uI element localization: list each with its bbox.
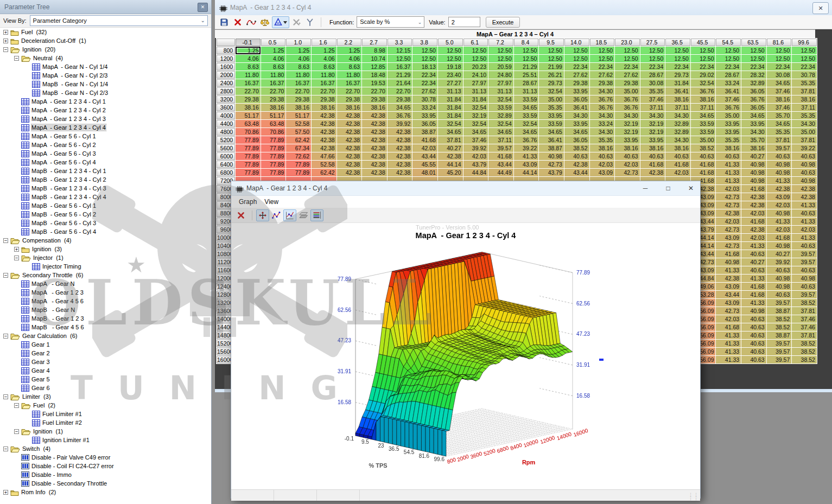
grid-cell[interactable]: 42.73 <box>716 307 741 315</box>
grid-cell[interactable]: 29.38 <box>564 79 589 87</box>
close-icon[interactable]: ✕ <box>198 3 208 12</box>
grid-cell[interactable]: 42.38 <box>362 169 387 176</box>
grid-cell[interactable]: 42.38 <box>640 169 665 176</box>
grid-cell[interactable]: 37.46 <box>463 136 488 144</box>
grid-cell[interactable]: 36.76 <box>615 104 640 111</box>
grid-cell[interactable]: 40.63 <box>792 283 817 290</box>
grid-cell[interactable]: 4.06 <box>337 55 362 62</box>
grid-cell[interactable]: 36.05 <box>564 136 589 144</box>
grid-cell[interactable]: 32.54 <box>463 104 488 111</box>
grid-cell[interactable]: 36.41 <box>665 87 690 95</box>
grid-cell[interactable]: 40.63 <box>590 152 615 160</box>
grid-cell[interactable]: 43.79 <box>463 161 488 168</box>
tree-item[interactable]: MapA - Gear 5 6 - Cyl 1 <box>0 132 211 141</box>
move-icon[interactable] <box>256 209 269 221</box>
expand-icon[interactable]: + <box>3 490 8 495</box>
grid-cell[interactable]: 40.63 <box>741 323 766 331</box>
row-header[interactable]: 3600 <box>217 104 235 111</box>
grid-cell[interactable]: 43.09 <box>716 234 741 241</box>
grid-cell[interactable]: 12.50 <box>539 55 564 62</box>
tree-item[interactable]: MapB - Gear 5 6 - Cyl 1 <box>0 201 211 210</box>
grid-cell[interactable]: 33.59 <box>488 104 513 111</box>
tree-item[interactable]: MapA - Gear 1 2 3 4 - Cyl 3 <box>0 114 211 123</box>
grid-cell[interactable]: 40.63 <box>665 152 690 160</box>
grid-cell[interactable]: 22.34 <box>665 63 690 71</box>
grid-cell[interactable]: 22.70 <box>236 87 261 95</box>
grid-cell[interactable]: 42.03 <box>767 201 792 209</box>
grid-cell[interactable]: 40.63 <box>741 348 766 355</box>
grid-cell[interactable]: 12.50 <box>792 55 817 62</box>
grid-cell[interactable]: 22.34 <box>716 63 741 71</box>
grid-cell[interactable]: 36.76 <box>741 95 766 103</box>
grid-cell[interactable]: 8.63 <box>337 63 362 71</box>
grid-cell[interactable]: 32.89 <box>741 79 766 87</box>
collapse-icon[interactable]: − <box>3 238 8 243</box>
grid-cell[interactable]: 36.76 <box>590 95 615 103</box>
grid-cell[interactable]: 38.16 <box>640 144 665 152</box>
grid-cell[interactable]: 42.38 <box>312 128 336 136</box>
grid-cell[interactable]: 32.19 <box>640 128 665 136</box>
grid-cell[interactable]: 45.20 <box>438 169 463 176</box>
grid-cell[interactable]: 34.65 <box>514 128 539 136</box>
grid-cell[interactable]: 41.33 <box>716 169 741 176</box>
grid-cell[interactable]: 38.16 <box>362 104 387 111</box>
grid-cell[interactable]: 38.52 <box>792 299 817 307</box>
grid-cell[interactable]: 40.98 <box>792 161 817 168</box>
grid-cell[interactable]: 40.98 <box>767 161 792 168</box>
grid-cell[interactable]: 39.92 <box>463 144 488 152</box>
row-header[interactable]: 6800 <box>217 169 235 176</box>
grid-cell[interactable]: 35.00 <box>539 95 564 103</box>
grid-cell[interactable]: 37.46 <box>767 87 792 95</box>
tree-item[interactable]: Injector Timing <box>0 262 211 271</box>
fork-icon[interactable] <box>303 16 316 28</box>
grid-cell[interactable]: 40.98 <box>716 258 741 266</box>
tree-item[interactable]: Gear 2 <box>0 349 211 358</box>
grid-cell[interactable]: 32.54 <box>691 79 716 87</box>
grid-cell[interactable]: 40.63 <box>716 152 741 160</box>
grid-cell[interactable]: 22.34 <box>564 63 589 71</box>
grid-cell[interactable]: 42.38 <box>337 128 362 136</box>
grid-cell[interactable]: 42.38 <box>312 136 336 144</box>
row-header[interactable]: 800 <box>217 47 235 54</box>
column-header[interactable]: 7.2 <box>488 39 513 46</box>
grid-cell[interactable]: 42.03 <box>412 144 437 152</box>
grid-cell[interactable]: 42.38 <box>564 161 589 168</box>
grid-cell[interactable]: 40.98 <box>767 242 792 250</box>
grid-cell[interactable]: 35.35 <box>792 112 817 119</box>
grid-cell[interactable]: 43.09 <box>590 169 615 176</box>
grid-cell[interactable]: 57.50 <box>286 128 311 136</box>
grid-cell[interactable]: 39.22 <box>514 144 539 152</box>
grid-cell[interactable]: 67.34 <box>286 144 311 152</box>
grid-cell[interactable]: 22.70 <box>337 87 362 95</box>
tree-item[interactable]: +Rom Info (2) <box>0 488 211 496</box>
row-header[interactable]: 4800 <box>217 128 235 136</box>
grid-cell[interactable]: 33.95 <box>615 136 640 144</box>
grid-cell[interactable]: 31.13 <box>488 87 513 95</box>
collapse-icon[interactable]: − <box>3 334 8 339</box>
grid-cell[interactable]: 33.59 <box>514 95 539 103</box>
column-header[interactable]: 99.6 <box>792 39 817 46</box>
grid-cell[interactable]: 33.95 <box>716 128 741 136</box>
grid-cell[interactable]: 42.38 <box>716 209 741 217</box>
tree-item[interactable]: Gear 3 <box>0 358 211 366</box>
grid-cell[interactable]: 31.84 <box>438 95 463 103</box>
grid-cell[interactable]: 29.38 <box>337 95 362 103</box>
color-lines-icon[interactable] <box>310 209 323 221</box>
grid-cell[interactable]: 31.84 <box>665 79 690 87</box>
grid-cell[interactable]: 32.89 <box>665 128 690 136</box>
grid-cell[interactable]: 42.38 <box>741 193 766 201</box>
grid-cell[interactable]: 40.27 <box>741 152 766 160</box>
grid-cell[interactable]: 37.11 <box>640 104 665 111</box>
grid-cell[interactable]: 40.98 <box>767 283 792 290</box>
grid-cell[interactable]: 22.34 <box>691 63 716 71</box>
grid-cell[interactable]: 32.19 <box>615 120 640 127</box>
grid-cell[interactable]: 38.52 <box>792 356 817 363</box>
grid-cell[interactable]: 12.50 <box>665 55 690 62</box>
collapse-icon[interactable]: − <box>14 56 19 61</box>
grid-cell[interactable]: 29.38 <box>388 95 412 103</box>
grid-cell[interactable]: 12.50 <box>741 55 766 62</box>
grid-cell[interactable]: 38.87 <box>539 144 564 152</box>
column-header[interactable]: 1.6 <box>312 39 336 46</box>
grid-cell[interactable]: 32.54 <box>514 120 539 127</box>
row-header[interactable]: 5600 <box>217 144 235 152</box>
